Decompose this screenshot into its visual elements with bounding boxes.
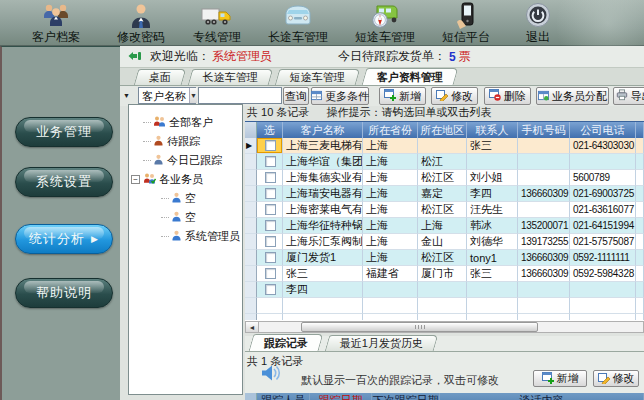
table-row[interactable]: 上海密莱电气有 上海 松江区 汪先生 021-63616077	[245, 202, 644, 218]
sidebar-button-help[interactable]: 帮助说明	[15, 278, 113, 308]
toolbar-item-shortdistance[interactable]: 短途车管理	[353, 1, 417, 45]
col-next-track-date[interactable]: 下次跟踪日期	[372, 393, 440, 400]
row-checkbox[interactable]	[265, 236, 276, 247]
horizontal-scrollbar[interactable]: ◄	[245, 321, 644, 333]
table-row[interactable]: 李四	[245, 282, 644, 298]
chevron-down-icon[interactable]: ▼	[123, 92, 130, 99]
row-checkbox[interactable]	[265, 140, 276, 151]
row-indicator	[245, 186, 257, 202]
delete-button[interactable]: 删除	[484, 87, 531, 105]
tracking-edit-button[interactable]: 修改	[593, 370, 639, 387]
edit-pencil-icon	[598, 372, 610, 386]
row-select-cell[interactable]	[257, 266, 283, 282]
scroll-left-button[interactable]: ◄	[246, 322, 259, 332]
col-customer-name[interactable]: 客户名称	[283, 122, 363, 138]
sidebar-button-statistics[interactable]: 统计分析 ▶	[15, 224, 113, 254]
table-row[interactable]: 上海集德实业有 上海 松江区 刘小姐 5600789	[245, 170, 644, 186]
tree-item-followed-today[interactable]: 今日已跟踪	[129, 151, 242, 170]
toolbar-item-label: 退出	[526, 30, 550, 44]
cell-mobile: 136660309	[518, 250, 570, 266]
cell-phone: 021-64151994	[570, 218, 636, 234]
cell-mobile: 139173255	[518, 234, 570, 250]
col-province[interactable]: 所在省份	[363, 122, 418, 138]
search-button[interactable]: 查询	[283, 87, 309, 105]
toolbar-item-label: 专线管理	[193, 30, 241, 44]
toolbar-item-change-password[interactable]: 修改密码	[110, 1, 172, 45]
row-checkbox[interactable]	[265, 204, 276, 215]
row-checkbox[interactable]	[265, 252, 276, 263]
table-row[interactable]: 厦门发货1 上海 松江区 tony1 136660309 0592-111111…	[245, 250, 644, 266]
sidebar-button-system-settings[interactable]: 系统设置	[15, 167, 113, 197]
tab-desktop[interactable]: 桌面	[134, 69, 187, 85]
col-select[interactable]: 选	[257, 122, 283, 138]
cell-contact: 李四	[467, 186, 518, 202]
header-indicator	[245, 393, 257, 400]
record-count: 共 10 条记录	[247, 106, 309, 118]
scrollbar-thumb[interactable]	[301, 322, 538, 332]
table-row[interactable]: 张三 福建省 厦门市 张三 136660309 0592-5984328	[245, 266, 644, 282]
cell-extra	[636, 266, 644, 282]
tab-tracking-records[interactable]: 跟踪记录	[249, 334, 324, 351]
col-contact[interactable]: 联系人	[467, 122, 518, 138]
col-tracker[interactable]: 跟踪人员	[257, 393, 310, 400]
row-select-cell[interactable]	[257, 170, 283, 186]
cell-mobile: 136660309	[518, 266, 570, 282]
table-body: 上海三麦电梯有 上海 张三 021-64303030 上海华谊（集团 上海 松江	[245, 138, 644, 298]
row-checkbox[interactable]	[265, 172, 276, 183]
toolbar-item-line-mgmt[interactable]: 专线管理	[186, 1, 248, 45]
sidebar-button-label: 统计分析	[29, 230, 85, 248]
row-select-cell[interactable]	[257, 250, 283, 266]
toolbar-item-exit[interactable]: 退出	[508, 1, 568, 45]
tab-shipping-history[interactable]: 最近1月发货历史	[325, 335, 439, 351]
row-checkbox[interactable]	[265, 268, 276, 279]
toolbar-item-longdistance[interactable]: 长途车管理	[266, 1, 330, 45]
tab-customer-data[interactable]: 客户资料管理	[362, 68, 459, 85]
table-row[interactable]: 上海三麦电梯有 上海 张三 021-64303030	[245, 138, 644, 154]
table-status-line: 共 10 条记录 操作提示：请钩选回单或双击列表	[247, 105, 643, 120]
cell-contact: 张三	[467, 138, 518, 154]
assign-salesperson-button[interactable]: 业务员分配	[536, 87, 609, 105]
toolbar-item-customer-files[interactable]: 客户档案	[25, 1, 87, 45]
tracking-add-button[interactable]: 新增	[533, 370, 587, 387]
cell-customer-name: 上海乐汇泵阀制	[283, 234, 363, 250]
tree-item-empty-2[interactable]: 空	[129, 208, 242, 227]
table-row[interactable]: 上海瑞安电器有 上海 嘉定 李四 136660309 021-69003725	[245, 186, 644, 202]
col-company-phone[interactable]: 公司电话	[570, 122, 636, 138]
col-track-date[interactable]: 跟踪日期	[310, 393, 372, 400]
row-select-cell[interactable]	[257, 138, 283, 154]
col-conversation[interactable]: 谈话内容	[440, 393, 644, 400]
row-select-cell[interactable]	[257, 186, 283, 202]
tree-item-salespersons[interactable]: 各业务员	[129, 170, 242, 189]
more-conditions-button[interactable]: 更多条件	[311, 87, 369, 105]
export-button[interactable]: 导出	[613, 87, 644, 105]
tree-item-to-follow[interactable]: 待跟踪	[129, 132, 242, 151]
tree-item-empty-1[interactable]: 空	[129, 189, 242, 208]
row-checkbox[interactable]	[265, 156, 276, 167]
tree-item-all-customers[interactable]: 全部客户	[129, 113, 242, 132]
col-region[interactable]: 所在地区	[418, 122, 467, 138]
tree-item-system-admin[interactable]: 系统管理员	[129, 227, 242, 246]
sidebar-button-business-mgmt[interactable]: 业务管理	[15, 117, 113, 147]
table-row[interactable]: 上海华征特种锅 上海 上海 韩冰 135200071 021-64151994	[245, 218, 644, 234]
tab-longdistance[interactable]: 长途车管理	[188, 69, 274, 85]
search-field-select[interactable]: 客户名称 ▼	[138, 87, 196, 104]
table-row[interactable]: 上海乐汇泵阀制 上海 金山 刘德华 139173255 021-57575087	[245, 234, 644, 250]
row-select-cell[interactable]	[257, 202, 283, 218]
row-checkbox[interactable]	[265, 188, 276, 199]
tab-shortdistance[interactable]: 短途车管理	[275, 69, 361, 85]
row-checkbox[interactable]	[265, 284, 276, 295]
edit-button[interactable]: 修改	[431, 87, 478, 105]
toolbar-item-sms[interactable]: 短信平台	[435, 1, 497, 45]
collapse-icon[interactable]	[131, 175, 140, 184]
row-select-cell[interactable]	[257, 154, 283, 170]
cell-extra	[636, 186, 644, 202]
row-select-cell[interactable]	[257, 234, 283, 250]
row-select-cell[interactable]	[257, 218, 283, 234]
col-mobile[interactable]: 手机号码	[518, 122, 570, 138]
table-row[interactable]: 上海华谊（集团 上海 松江	[245, 154, 644, 170]
row-checkbox[interactable]	[265, 220, 276, 231]
cell-phone: 0592-1111111	[570, 250, 636, 266]
add-button[interactable]: 新增	[379, 87, 426, 105]
search-input[interactable]	[198, 87, 282, 104]
row-select-cell[interactable]	[257, 282, 283, 298]
